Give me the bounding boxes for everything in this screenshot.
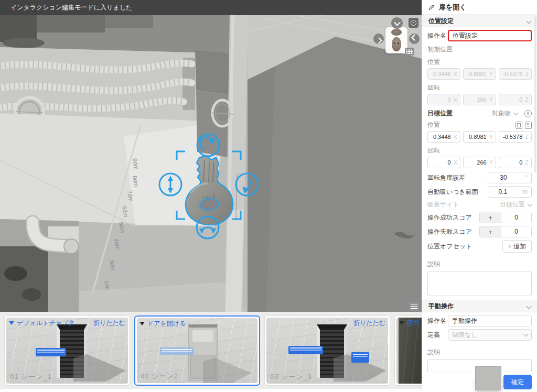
collapse-triangle-icon[interactable] (9, 321, 14, 325)
scene-caption: 01 シーン_1 (10, 372, 52, 382)
target-rot-y-input[interactable]: 266Y (463, 157, 496, 168)
chevron-down-icon (528, 201, 533, 206)
focus-target-button[interactable] (409, 18, 418, 28)
confirm-button[interactable]: 確定 (503, 375, 532, 389)
section-position-settings[interactable]: 位置設定 (422, 15, 537, 27)
rotation-label: 回転 (427, 146, 532, 155)
plus-button[interactable]: + (480, 212, 501, 223)
toast-text: インタラクション編集モードに入りました (10, 4, 132, 11)
scene-card-3[interactable]: 折りたたむ 03 シーン_3 (264, 315, 390, 386)
plus-button[interactable]: + (480, 226, 501, 237)
chevron-down-icon (513, 110, 519, 115)
paste-position-icon[interactable] (525, 122, 532, 129)
definition-label: 定義 (427, 331, 440, 340)
description-label: 説明 (427, 260, 532, 269)
chapter-title[interactable]: デフォルトチャプタ (9, 319, 75, 328)
chevron-down-icon (527, 303, 532, 309)
init-pos-x-input[interactable]: 0.3448X (427, 68, 460, 80)
scene-card-4[interactable]: 圧力 (394, 315, 422, 386)
target-pos-y-input[interactable]: 0.8981Y (463, 131, 496, 143)
target-icon (411, 20, 416, 26)
init-rot-z-input[interactable]: 0Z (499, 94, 532, 105)
position-offset-label: 位置オフセット (427, 242, 472, 251)
position-description-textarea[interactable] (427, 271, 532, 296)
camera-rotate-left-button[interactable] (409, 34, 420, 44)
manual-operation-name-input[interactable] (448, 315, 532, 326)
position-label: 位置 (427, 121, 440, 129)
snap-site-label: 吸着サイト (427, 200, 459, 209)
init-pos-y-input[interactable]: 0.8981Y (463, 68, 496, 80)
locate-icon[interactable] (524, 110, 532, 117)
target-rot-x-input[interactable]: 0X (427, 157, 460, 168)
scene-caption: 02 シーン2 (141, 372, 178, 381)
cancel-button[interactable]: キャンセル (474, 378, 503, 392)
definition-select[interactable]: 制限なし (448, 329, 532, 341)
init-pos-z-input[interactable]: -0.5378Z (499, 68, 532, 80)
init-rot-y-input[interactable]: 266Y (463, 94, 496, 105)
init-rot-x-input[interactable]: 0X (427, 94, 460, 105)
label-plate (160, 347, 194, 355)
fail-score-label: 操作失敗スコア (427, 227, 472, 236)
operation-name-input[interactable] (448, 30, 532, 41)
collapse-link[interactable]: 折りたたむ (93, 319, 125, 328)
scene-list-button[interactable] (409, 302, 419, 311)
collapse-link[interactable]: 折りたたむ (353, 319, 385, 328)
target-rot-z-input[interactable]: 0Z (499, 157, 532, 168)
collapse-triangle-icon[interactable] (139, 322, 145, 325)
label-plate (288, 346, 323, 354)
target-pos-x-input[interactable]: 0.3448X (427, 131, 460, 143)
success-score-value[interactable]: 0 (501, 212, 531, 223)
panel-scrollbar[interactable] (534, 16, 536, 173)
chapter-title[interactable]: ドアを開ける (139, 319, 186, 328)
target-position-label: 目標位置 (427, 109, 453, 118)
label-plate (351, 352, 369, 363)
chevron-down-icon (527, 18, 532, 24)
chevron-down-icon (394, 19, 401, 26)
scene-card-2[interactable]: ドアを開ける 02 シーン2 (134, 315, 260, 386)
rotation-tolerance-label: 回転角度誤差 (427, 173, 465, 182)
description-label: 説明 (427, 348, 532, 357)
copy-position-icon[interactable] (515, 122, 522, 129)
operation-name-label: 操作名 (427, 317, 446, 325)
collapse-triangle-icon[interactable] (399, 321, 404, 325)
scene-card-1[interactable]: デフォルトチャプタ 折りたたむ 01 シーン_1 (4, 315, 130, 386)
properties-panel: 扉を開く 位置設定 操作名 初期位置 位置 0.3448X 0.8981Y -0… (422, 0, 537, 392)
snap-range-label: 自動吸いつき範囲 (427, 188, 478, 197)
chevron-down-icon (523, 332, 529, 337)
position-label: 位置 (427, 58, 532, 67)
chevron-right-icon (375, 37, 382, 43)
initial-position-label: 初期位置 (427, 45, 532, 54)
fail-score-value[interactable]: 0 (501, 226, 531, 237)
success-score-label: 操作成功スコア (427, 213, 472, 222)
rotation-label: 回転 (427, 83, 532, 92)
success-score-control[interactable]: + 0 (479, 212, 532, 223)
edit-pencil-icon[interactable] (428, 4, 435, 10)
rotation-tolerance-input[interactable]: 30 ° (488, 172, 532, 183)
label-plate (36, 348, 66, 356)
head-front-view (392, 37, 401, 51)
add-offset-button[interactable]: + 追加 (502, 240, 532, 253)
view-orientation-cube[interactable] (385, 27, 407, 53)
snap-range-input[interactable]: 0.1 m (488, 186, 532, 198)
panel-title: 扉を開く (439, 3, 467, 12)
scene-render: 9dm 8dm 7dm 6dm 5dm 4dm 3dm 2dm (0, 0, 422, 312)
bottom-spacer (0, 389, 422, 392)
head-top-view (391, 29, 402, 36)
grid-icon (406, 49, 413, 54)
toast-message: インタラクション編集モードに入りました (0, 0, 422, 15)
target-type-select[interactable]: 対象物 (492, 109, 532, 118)
chevron-left-icon (411, 34, 418, 41)
operation-name-label: 操作名 (427, 31, 446, 40)
scene-strip: デフォルトチャプタ 折りたたむ 01 シーン_1 ドアを開ける 02 シーン2 (0, 312, 422, 392)
3d-viewport[interactable]: 9dm 8dm 7dm 6dm 5dm 4dm 3dm 2dm (0, 0, 422, 312)
camera-rotate-down-button[interactable] (391, 17, 403, 29)
section-manual-operation[interactable]: 手動操作 (422, 300, 537, 312)
scene-caption: 03 シーン_3 (270, 372, 312, 382)
target-pos-z-input[interactable]: -0.5378Z (499, 131, 532, 143)
chapter-title[interactable]: 圧力 (399, 319, 420, 328)
snap-site-select[interactable]: 目標位置 (500, 200, 532, 209)
camera-rotate-right-button[interactable] (373, 34, 384, 44)
fail-score-control[interactable]: + 0 (479, 226, 532, 237)
grid-view-button[interactable] (405, 48, 414, 56)
list-icon (411, 304, 417, 309)
